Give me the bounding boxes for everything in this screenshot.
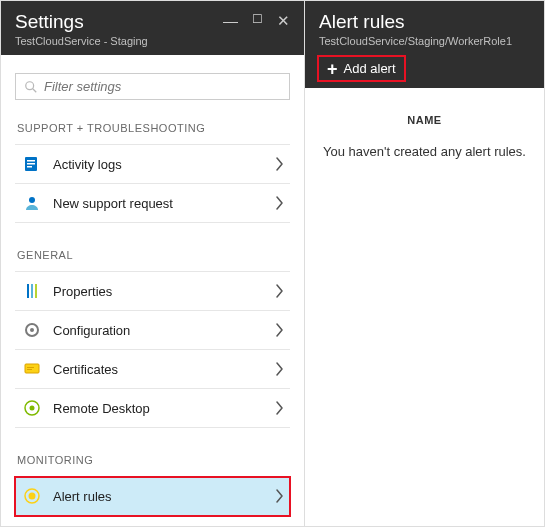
- svg-rect-12: [25, 364, 39, 373]
- menu-item-label: Alert rules: [53, 489, 276, 504]
- alert-rules-body: NAME You haven't created any alert rules…: [305, 88, 544, 185]
- svg-point-0: [26, 81, 34, 89]
- cert-icon: [23, 360, 41, 378]
- filter-settings-input[interactable]: [44, 79, 281, 94]
- close-icon[interactable]: ✕: [277, 13, 290, 28]
- remote-icon: [23, 399, 41, 417]
- chevron-right-icon: [276, 489, 284, 503]
- svg-rect-9: [35, 284, 37, 298]
- alert-rules-panel: Alert rules TestCloudService/Staging/Wor…: [305, 1, 544, 526]
- filter-settings-search[interactable]: [15, 73, 290, 100]
- section-label: MONITORING: [17, 454, 290, 466]
- settings-panel: Settings TestCloudService - Staging — ☐ …: [1, 1, 305, 526]
- menu-item-label: Remote Desktop: [53, 401, 276, 416]
- menu-item-remote-desktop[interactable]: Remote Desktop: [15, 389, 290, 428]
- menu-item-label: Activity logs: [53, 157, 276, 172]
- settings-title: Settings: [15, 11, 223, 33]
- config-icon: [23, 321, 41, 339]
- svg-rect-5: [27, 166, 32, 168]
- settings-subtitle: TestCloudService - Staging: [15, 35, 223, 47]
- add-alert-label: Add alert: [344, 61, 396, 76]
- chevron-right-icon: [276, 196, 284, 210]
- menu-item-alert-rules[interactable]: Alert rules: [15, 477, 290, 516]
- properties-icon: [23, 282, 41, 300]
- menu-item-label: Properties: [53, 284, 276, 299]
- plus-icon: +: [327, 62, 338, 76]
- menu-item-new-support-request[interactable]: New support request: [15, 184, 290, 223]
- add-alert-button[interactable]: + Add alert: [317, 55, 406, 82]
- alert-icon: [23, 487, 41, 505]
- menu-item-label: Certificates: [53, 362, 276, 377]
- alert-rules-subtitle: TestCloudService/Staging/WorkerRole1: [319, 35, 530, 47]
- column-header-name: NAME: [323, 114, 526, 126]
- svg-point-18: [29, 493, 36, 500]
- svg-point-6: [29, 197, 35, 203]
- chevron-right-icon: [276, 362, 284, 376]
- settings-header: Settings TestCloudService - Staging — ☐ …: [1, 1, 304, 55]
- section-label: SUPPORT + TROUBLESHOOTING: [17, 122, 290, 134]
- menu-item-label: New support request: [53, 196, 276, 211]
- chevron-right-icon: [276, 157, 284, 171]
- menu-item-configuration[interactable]: Configuration: [15, 311, 290, 350]
- alert-rules-header: Alert rules TestCloudService/Staging/Wor…: [305, 1, 544, 88]
- log-icon: [23, 155, 41, 173]
- menu-item-label: Configuration: [53, 323, 276, 338]
- menu-item-certificates[interactable]: Certificates: [15, 350, 290, 389]
- support-icon: [23, 194, 41, 212]
- menu-item-properties[interactable]: Properties: [15, 272, 290, 311]
- menu-section: Alert rules: [15, 476, 290, 516]
- svg-rect-3: [27, 160, 35, 162]
- settings-body: SUPPORT + TROUBLESHOOTINGActivity logsNe…: [1, 55, 304, 526]
- menu-item-activity-logs[interactable]: Activity logs: [15, 145, 290, 184]
- svg-rect-8: [31, 284, 33, 298]
- window-controls: — ☐ ✕: [223, 11, 290, 28]
- chevron-right-icon: [276, 284, 284, 298]
- alert-rules-title: Alert rules: [319, 11, 530, 33]
- svg-rect-14: [27, 369, 32, 370]
- svg-line-1: [33, 88, 37, 92]
- svg-point-16: [30, 406, 35, 411]
- svg-rect-4: [27, 163, 35, 165]
- empty-state-message: You haven't created any alert rules.: [323, 144, 526, 159]
- minimize-icon[interactable]: —: [223, 13, 238, 28]
- section-label: GENERAL: [17, 249, 290, 261]
- menu-section: PropertiesConfigurationCertificatesRemot…: [15, 271, 290, 428]
- chevron-right-icon: [276, 401, 284, 415]
- svg-rect-7: [27, 284, 29, 298]
- menu-section: Activity logsNew support request: [15, 144, 290, 223]
- search-icon: [24, 80, 38, 94]
- svg-point-11: [30, 328, 34, 332]
- svg-rect-13: [27, 367, 34, 368]
- chevron-right-icon: [276, 323, 284, 337]
- maximize-icon[interactable]: ☐: [252, 13, 263, 28]
